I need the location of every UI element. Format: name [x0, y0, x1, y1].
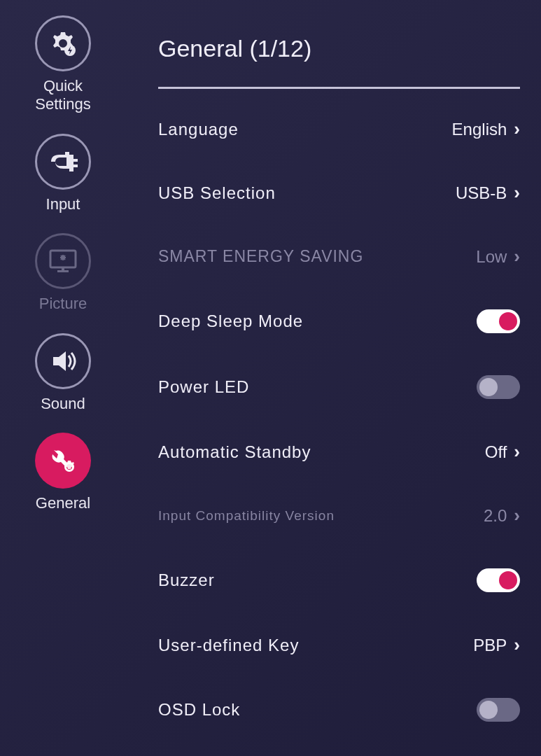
setting-value-wrap: Off ›	[485, 441, 520, 463]
setting-label: Deep Sleep Mode	[158, 312, 303, 331]
nav-picture[interactable]: Picture	[35, 233, 91, 313]
chevron-right-icon: ›	[514, 441, 520, 463]
setting-label: Language	[158, 120, 239, 139]
toggle-switch[interactable]	[477, 568, 520, 592]
setting-buzzer[interactable]: Buzzer	[158, 547, 520, 613]
setting-input-compatibility-version[interactable]: Input Compatibility Version 2.0 ›	[158, 484, 520, 547]
setting-value-wrap: 2.0 ›	[484, 505, 520, 526]
setting-value: 2.0	[484, 506, 507, 526]
setting-value: Low	[476, 247, 507, 267]
setting-value: USB-B	[456, 183, 507, 203]
chevron-right-icon: ›	[514, 505, 520, 526]
setting-label: Automatic Standby	[158, 442, 311, 462]
nav-quick-settings[interactable]: Quick Settings	[35, 15, 91, 114]
setting-language[interactable]: Language English ›	[158, 97, 520, 161]
toggle-knob	[479, 378, 498, 396]
nav-label: Input	[46, 195, 80, 214]
chevron-right-icon: ›	[514, 118, 520, 140]
setting-label: USB Selection	[158, 183, 276, 203]
nav-label: Quick Settings	[35, 77, 91, 114]
setting-value: Off	[485, 442, 507, 462]
toggle-knob	[499, 312, 517, 330]
main-panel: General (1/12) Language English › USB Se…	[126, 0, 541, 756]
toggle-knob	[499, 571, 517, 589]
setting-value: English	[452, 120, 507, 139]
setting-label: Input Compatibility Version	[158, 508, 335, 524]
setting-label: Buzzer	[158, 570, 215, 590]
nav-input[interactable]: Input	[35, 134, 91, 214]
plug-icon	[35, 134, 91, 190]
toggle-switch[interactable]	[477, 309, 520, 333]
setting-label: OSD Lock	[158, 700, 240, 720]
page-title: General (1/12)	[158, 35, 520, 62]
setting-usb-selection[interactable]: USB Selection USB-B ›	[158, 161, 520, 225]
setting-value-wrap: USB-B ›	[456, 182, 520, 204]
nav-label: General	[36, 494, 90, 512]
toggle-knob	[479, 701, 498, 719]
chevron-right-icon: ›	[514, 182, 520, 204]
setting-value-wrap: Low ›	[476, 246, 520, 267]
setting-power-led[interactable]: Power LED	[158, 354, 520, 420]
setting-value-wrap: English ›	[452, 118, 520, 140]
sidebar: Quick Settings Input Picture	[0, 0, 126, 756]
nav-label: Picture	[39, 295, 87, 313]
nav-general[interactable]: General	[35, 433, 91, 512]
settings-list: Language English › USB Selection USB-B ›…	[158, 97, 520, 743]
nav-label: Sound	[41, 395, 85, 413]
toggle-switch[interactable]	[477, 375, 520, 399]
setting-value: PBP	[473, 636, 507, 655]
setting-value-wrap: PBP ›	[473, 634, 520, 656]
wrench-gear-icon	[35, 433, 91, 489]
setting-user-defined-key[interactable]: User-defined Key PBP ›	[158, 613, 520, 677]
setting-label: Power LED	[158, 377, 249, 397]
setting-deep-sleep-mode[interactable]: Deep Sleep Mode	[158, 288, 520, 354]
chevron-right-icon: ›	[514, 246, 520, 267]
setting-smart-energy-saving[interactable]: SMART ENERGY SAVING Low ›	[158, 225, 520, 288]
toggle-switch[interactable]	[477, 698, 520, 722]
setting-label: User-defined Key	[158, 636, 299, 655]
setting-label: SMART ENERGY SAVING	[158, 247, 363, 266]
setting-automatic-standby[interactable]: Automatic Standby Off ›	[158, 420, 520, 484]
chevron-right-icon: ›	[514, 634, 520, 656]
svg-rect-3	[62, 267, 64, 271]
nav-sound[interactable]: Sound	[35, 333, 91, 413]
speaker-icon	[35, 333, 91, 389]
gear-bolt-icon	[35, 15, 91, 71]
monitor-icon	[35, 233, 91, 289]
divider	[158, 87, 520, 89]
setting-osd-lock[interactable]: OSD Lock	[158, 677, 520, 743]
